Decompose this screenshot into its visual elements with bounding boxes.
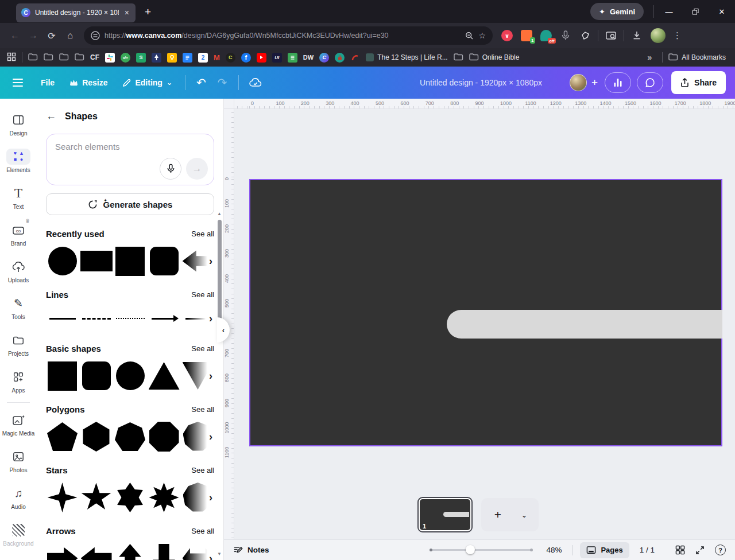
shape-rounded-square[interactable] — [80, 361, 113, 391]
file-menu-button[interactable]: File — [33, 72, 62, 93]
shape-triangle[interactable] — [148, 361, 180, 391]
search-elements-box[interactable]: Search elements → — [46, 134, 214, 185]
permissions-icon[interactable] — [91, 31, 100, 40]
zoom-value[interactable]: 48% — [546, 546, 566, 554]
chevron-right-icon[interactable]: › — [209, 313, 212, 325]
bookmark-twelve-steps[interactable]: The 12 Steps | Life R... — [366, 53, 448, 61]
chevron-right-icon[interactable]: › — [209, 255, 212, 267]
shape-circle[interactable] — [114, 361, 146, 391]
shape-star-8[interactable] — [148, 483, 180, 512]
url-bar[interactable]: https://www.canva.com/design/DAG6ygGufa0… — [84, 26, 493, 45]
sidebar-item-brand[interactable]: ♛ co Brand — [0, 216, 37, 252]
shape-square[interactable] — [46, 361, 79, 391]
hamburger-menu-icon[interactable] — [13, 79, 23, 87]
canva-avatar[interactable] — [570, 74, 587, 91]
cloud-saved-icon[interactable] — [249, 77, 262, 88]
see-all-link[interactable]: See all — [191, 466, 214, 475]
grid-view-icon[interactable] — [675, 545, 685, 555]
shape-starburst-more[interactable]: › — [181, 483, 214, 512]
slack-icon[interactable] — [105, 53, 115, 63]
extension-icon[interactable] — [579, 30, 591, 41]
see-all-link[interactable]: See all — [191, 405, 214, 414]
pocket-extension-icon[interactable]: ∨ — [501, 30, 513, 41]
shape-arrow-left-more[interactable]: › — [181, 246, 214, 276]
sidebar-item-audio[interactable]: ♫ Audio — [0, 479, 37, 516]
shape-arrow-double-more[interactable]: › — [181, 543, 214, 560]
line-dotted[interactable] — [114, 307, 146, 330]
scroll-up-icon[interactable]: ▲ — [217, 211, 222, 216]
see-all-link[interactable]: See all — [191, 527, 214, 535]
editing-mode-dropdown[interactable]: Editing ⌄ — [115, 72, 180, 93]
shape-arrow-up[interactable] — [114, 543, 146, 560]
add-page-button[interactable]: + — [481, 508, 514, 522]
line-arrow[interactable] — [148, 307, 180, 330]
home-icon[interactable]: ⌂ — [61, 27, 79, 44]
shape-rounded-square[interactable] — [148, 246, 180, 276]
tree-site-icon[interactable] — [152, 53, 161, 63]
see-all-link[interactable]: See all — [191, 230, 214, 238]
document-title[interactable]: Untitled design - 1920px × 1080px — [420, 78, 542, 87]
shape-star-5[interactable] — [80, 483, 113, 512]
voice-search-button[interactable] — [160, 158, 181, 180]
reload-icon[interactable]: ⟳ — [42, 27, 61, 44]
all-bookmarks-button[interactable]: All Bookmarks — [668, 53, 726, 63]
folder-icon[interactable] — [59, 53, 69, 63]
chevron-right-icon[interactable]: › — [209, 553, 212, 560]
chevron-right-icon[interactable]: › — [209, 370, 212, 382]
zoom-slider[interactable] — [430, 549, 532, 551]
shape-heptagon[interactable] — [114, 422, 146, 452]
tab-manager-extension-icon[interactable]: 1 — [521, 30, 532, 41]
bookmark-cf[interactable]: CF — [90, 53, 99, 61]
new-tab-button[interactable]: + — [145, 6, 151, 18]
back-icon[interactable]: ← — [6, 27, 24, 44]
undo-button[interactable]: ↶ — [191, 76, 212, 90]
chevron-right-icon[interactable]: › — [209, 431, 212, 443]
shape-star-4[interactable] — [46, 483, 79, 512]
folder-icon[interactable] — [454, 53, 463, 63]
downloads-icon[interactable] — [631, 30, 643, 41]
generate-shapes-button[interactable]: ✦ Generate shapes — [46, 193, 214, 215]
youtube-icon[interactable] — [257, 53, 266, 63]
shape-arrow-right[interactable] — [46, 543, 79, 560]
shape-arrow-down[interactable] — [148, 543, 180, 560]
red-site-icon[interactable] — [350, 53, 360, 63]
share-button[interactable]: Share — [671, 71, 726, 94]
line-dashed[interactable] — [80, 307, 113, 330]
bookmark-star-icon[interactable]: ☆ — [478, 31, 486, 40]
zoom-slider-thumb[interactable] — [466, 545, 475, 554]
shape-inverted-triangle-more[interactable]: › — [181, 361, 214, 391]
sidebar-item-tools[interactable]: ✎ Tools — [0, 289, 37, 326]
gmail-icon[interactable]: M — [214, 53, 220, 62]
shape-square[interactable] — [114, 246, 146, 276]
shape-star-6[interactable] — [114, 483, 146, 512]
close-window-button[interactable]: ✕ — [709, 0, 735, 23]
url-text[interactable]: https://www.canva.com/design/DAG6ygGufa0… — [105, 32, 461, 40]
sidebar-item-projects[interactable]: Projects — [0, 326, 37, 363]
sidebar-item-uploads[interactable]: Uploads — [0, 252, 37, 289]
zoom-out-icon[interactable] — [465, 32, 474, 40]
facebook-icon[interactable]: f — [241, 53, 251, 63]
chevron-right-icon[interactable]: › — [209, 492, 212, 504]
shape-hexagon[interactable] — [80, 422, 113, 452]
tab-close-icon[interactable]: × — [123, 8, 130, 17]
tc-site-icon[interactable]: C — [226, 53, 235, 63]
gemini-button[interactable]: ✦ Gemini — [590, 3, 644, 20]
sidebar-item-photos[interactable]: Photos — [0, 442, 37, 479]
folder-icon[interactable] — [28, 53, 38, 63]
rounded-bar-shape[interactable] — [447, 310, 722, 339]
list-site-icon[interactable] — [288, 53, 297, 63]
glo-icon[interactable]: glo — [121, 53, 130, 63]
restore-button[interactable] — [682, 0, 709, 23]
pages-toggle-button[interactable]: Pages — [580, 542, 629, 558]
sheets-icon[interactable]: S — [136, 53, 146, 63]
search-submit-button[interactable]: → — [186, 158, 208, 180]
apps-grid-icon[interactable] — [7, 52, 16, 63]
line-arrow-more[interactable]: › — [181, 307, 214, 330]
invite-plus-icon[interactable]: + — [591, 76, 598, 89]
fullscreen-icon[interactable] — [695, 546, 705, 555]
lock-site-icon[interactable] — [335, 53, 345, 63]
panel-back-icon[interactable]: ← — [46, 110, 56, 122]
shape-nonagon-more[interactable]: › — [181, 422, 214, 452]
sidebar-item-background[interactable]: Background — [0, 516, 37, 553]
container-tab-icon[interactable] — [605, 30, 617, 41]
